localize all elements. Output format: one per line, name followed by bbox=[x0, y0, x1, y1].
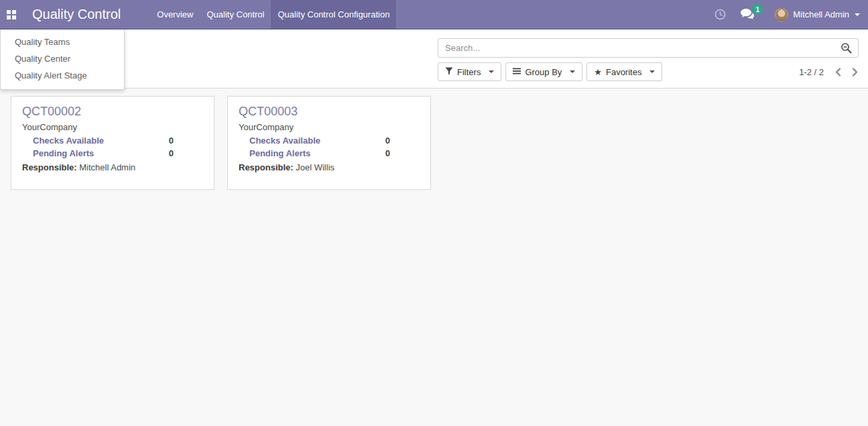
search-box bbox=[438, 38, 859, 58]
top-navbar: Quality Control Overview Quality Control… bbox=[0, 0, 868, 30]
stat-row: Pending Alerts 0 bbox=[249, 147, 420, 160]
chevron-down-icon bbox=[649, 70, 655, 73]
menu-item-quality-control[interactable]: Quality Control bbox=[200, 0, 271, 29]
messages-icon[interactable]: 1 bbox=[741, 9, 755, 20]
favorites-button-label: Favorites bbox=[606, 67, 641, 77]
checks-available-link[interactable]: Checks Available bbox=[33, 134, 104, 147]
card-title-link[interactable]: QCT00003 bbox=[239, 104, 420, 119]
pager-range: 1-2 / 2 bbox=[799, 67, 824, 77]
activities-clock-icon[interactable] bbox=[715, 9, 726, 20]
checks-available-value: 0 bbox=[385, 134, 390, 147]
stat-row: Pending Alerts 0 bbox=[33, 147, 203, 160]
kanban-view: QCT00002 YourCompany Checks Available 0 … bbox=[0, 89, 868, 197]
menu-item-label: Quality Control Configuration bbox=[277, 9, 389, 19]
chevron-down-icon bbox=[570, 70, 575, 73]
apps-menu-button[interactable] bbox=[0, 0, 23, 29]
user-menu[interactable]: Mitchell Admin bbox=[775, 8, 860, 21]
favorites-button[interactable]: ★ Favorites bbox=[586, 62, 662, 81]
search-icon[interactable] bbox=[841, 42, 853, 57]
configuration-dropdown-menu: Quality Teams Quality Center Quality Ale… bbox=[0, 30, 125, 90]
card-title-link[interactable]: QCT00002 bbox=[22, 104, 203, 119]
responsible-label: Responsible: bbox=[239, 162, 294, 172]
systray: 1 Mitchell Admin bbox=[715, 0, 868, 29]
main-menu: Overview Quality Control Quality Control… bbox=[150, 0, 396, 29]
apps-grid-icon bbox=[7, 10, 16, 19]
card-company: YourCompany bbox=[239, 121, 420, 133]
pager: 1-2 / 2 bbox=[799, 67, 859, 77]
group-by-button[interactable]: Group By bbox=[505, 62, 582, 81]
chevron-down-icon bbox=[855, 13, 860, 16]
chevron-down-icon bbox=[489, 70, 494, 73]
pending-alerts-value: 0 bbox=[385, 147, 390, 160]
pager-previous-button[interactable] bbox=[834, 67, 842, 77]
quality-team-card[interactable]: QCT00003 YourCompany Checks Available 0 … bbox=[227, 96, 431, 190]
pending-alerts-value: 0 bbox=[169, 147, 174, 160]
pager-next-button[interactable] bbox=[851, 67, 859, 77]
pending-alerts-link[interactable]: Pending Alerts bbox=[249, 147, 310, 160]
filters-button[interactable]: Filters bbox=[438, 62, 501, 81]
messages-count-badge: 1 bbox=[752, 4, 763, 15]
user-avatar bbox=[775, 8, 788, 21]
dropdown-item-quality-alert-stage[interactable]: Quality Alert Stage bbox=[1, 67, 124, 84]
search-input[interactable] bbox=[438, 38, 859, 58]
filters-button-label: Filters bbox=[457, 67, 481, 77]
control-panel: Quality Dashboard Filters bbox=[0, 30, 868, 89]
quality-team-card[interactable]: QCT00002 YourCompany Checks Available 0 … bbox=[11, 96, 214, 190]
dropdown-item-quality-center[interactable]: Quality Center bbox=[1, 50, 124, 67]
menu-item-quality-control-configuration[interactable]: Quality Control Configuration bbox=[271, 0, 396, 29]
responsible-name: Joel Willis bbox=[296, 162, 334, 172]
dropdown-item-quality-teams[interactable]: Quality Teams bbox=[1, 34, 124, 50]
stat-row: Checks Available 0 bbox=[33, 134, 203, 147]
card-company: YourCompany bbox=[22, 121, 203, 133]
checks-available-value: 0 bbox=[169, 134, 174, 147]
responsible-name: Mitchell Admin bbox=[79, 162, 135, 172]
group-by-button-label: Group By bbox=[525, 67, 562, 77]
checks-available-link[interactable]: Checks Available bbox=[249, 134, 320, 147]
bars-icon bbox=[513, 67, 521, 77]
app-brand-title[interactable]: Quality Control bbox=[23, 0, 126, 29]
menu-item-overview[interactable]: Overview bbox=[150, 0, 200, 29]
responsible-label: Responsible: bbox=[22, 162, 77, 172]
user-name: Mitchell Admin bbox=[793, 9, 849, 19]
stat-row: Checks Available 0 bbox=[249, 134, 420, 147]
star-icon: ★ bbox=[594, 68, 602, 76]
filter-icon bbox=[445, 67, 453, 77]
pending-alerts-link[interactable]: Pending Alerts bbox=[33, 147, 94, 160]
